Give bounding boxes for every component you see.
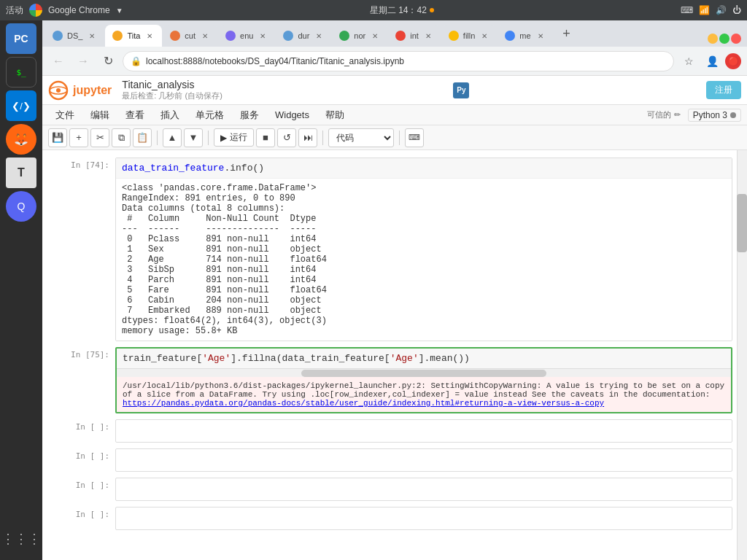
cell-75-code[interactable]: train_feature['Age'].fillna(data_train_f… [117, 349, 731, 368]
cell-empty-1[interactable] [115, 419, 732, 443]
tab-nor[interactable]: nor ✕ [332, 25, 387, 47]
cell-empty-3[interactable] [115, 478, 732, 501]
tab-label-ds: DS_ [67, 31, 82, 40]
tab-favicon-int [395, 31, 406, 41]
menu-service[interactable]: 服务 [233, 107, 266, 123]
restart-run-button[interactable]: ⏭ [298, 128, 317, 147]
cell-empty-2[interactable] [115, 448, 732, 472]
cell-empty-1-label: In [ ]: [57, 419, 115, 432]
dock-apps-icon[interactable]: ⋮⋮⋮ [6, 524, 36, 554]
tab-close-dur[interactable]: ✕ [314, 31, 324, 41]
tab-label-nor: nor [354, 31, 365, 40]
restart-button[interactable]: ↺ [277, 128, 296, 147]
register-button[interactable]: 注册 [706, 81, 741, 99]
menu-widgets[interactable]: Widgets [268, 108, 317, 122]
tab-close-int[interactable]: ✕ [423, 31, 433, 41]
tab-mem[interactable]: me ✕ [498, 25, 552, 47]
address-bar-right: ☆ 👤 🔴 [678, 51, 741, 71]
tab-favicon-cut [170, 31, 180, 41]
jupyter-text: jupyter [73, 84, 112, 97]
cell-75-warning: /usr/local/lib/python3.6/dist-packages/i… [117, 377, 731, 412]
dock-chat-icon[interactable]: Q [6, 191, 36, 222]
left-dock: PC $_ ❮/❯ 🦊 T Q ⋮⋮⋮ [0, 20, 42, 560]
system-bar: 活动 Google Chrome ▼ 星期二 14：42 ⌨ 📶 🔊 ⏻ [0, 0, 747, 20]
cell-empty-2-wrapper: In [ ]: [57, 448, 732, 472]
tab-close-nor[interactable]: ✕ [370, 31, 380, 41]
right-scrollbar[interactable] [737, 150, 747, 560]
url-box[interactable]: 🔒 localhost:8888/notebooks/DS_day04/Tita… [123, 51, 674, 71]
close-button[interactable] [731, 34, 741, 44]
move-up-button[interactable]: ▲ [163, 128, 182, 147]
cut-button[interactable]: ✂ [90, 128, 109, 147]
tab-close-ds[interactable]: ✕ [87, 31, 97, 41]
tab-close-cut[interactable]: ✕ [200, 31, 210, 41]
add-cell-button[interactable]: + [69, 128, 88, 147]
tab-favicon-enu [225, 31, 236, 41]
cell-type-select[interactable]: 代码 Markdown Raw [328, 128, 394, 147]
cell-74-code[interactable]: data_train_feature.info() [116, 158, 732, 178]
tab-cut[interactable]: cut ✕ [163, 25, 217, 47]
interrupt-button[interactable]: ■ [256, 128, 275, 147]
separator-2 [208, 131, 209, 145]
bookmark-button[interactable]: ☆ [678, 51, 699, 71]
dock-vscode-icon[interactable]: ❮/❯ [6, 90, 36, 121]
dock-text-icon[interactable]: T [6, 158, 36, 188]
account-button[interactable]: 👤 [702, 51, 722, 71]
volume-icon: 🔊 [716, 5, 727, 15]
cell-75-wrapper: In [75]: train_feature['Age'].fillna(dat… [57, 347, 732, 413]
run-button[interactable]: ▶ 运行 [214, 128, 254, 147]
tab-ds[interactable]: DS_ ✕ [45, 25, 104, 47]
menu-cell[interactable]: 单元格 [188, 107, 231, 123]
activities-label[interactable]: 活动 [6, 4, 23, 17]
dock-firefox-icon[interactable]: 🦊 [6, 124, 36, 155]
menu-edit[interactable]: 编辑 [83, 107, 117, 123]
cell-75[interactable]: train_feature['Age'].fillna(data_train_f… [115, 347, 732, 413]
tab-fill[interactable]: filln ✕ [441, 25, 498, 47]
move-down-button[interactable]: ▼ [184, 128, 203, 147]
tab-close-enu[interactable]: ✕ [258, 31, 268, 41]
keyboard-shortcuts-button[interactable]: ⌨ [405, 128, 424, 147]
system-bar-left: 活动 Google Chrome ▼ [6, 4, 123, 17]
menu-insert[interactable]: 插入 [153, 107, 187, 123]
tab-close-mem[interactable]: ✕ [535, 31, 546, 41]
dock-terminal-icon[interactable]: $_ [6, 57, 36, 88]
menu-view[interactable]: 查看 [118, 107, 152, 123]
maximize-button[interactable] [719, 34, 729, 44]
dock-pycharm-icon[interactable]: PC [6, 23, 36, 54]
trusted-badge: 可信的 ✏ [647, 109, 681, 120]
tab-label-enu: enu [240, 31, 253, 40]
minimize-button[interactable] [708, 34, 718, 44]
url-text[interactable]: localhost:8888/notebooks/DS_day04/Titani… [146, 56, 666, 66]
system-bar-right[interactable]: ⌨ 📶 🔊 ⏻ [681, 5, 741, 15]
extension-button[interactable]: 🔴 [725, 53, 741, 69]
cell-74[interactable]: data_train_feature.info() <class 'pandas… [115, 158, 732, 341]
scroll-thumb[interactable] [737, 194, 747, 252]
browser-window: DS_ ✕ Tita ✕ cut ✕ enu ✕ dur ✕ [42, 20, 747, 560]
paste-button[interactable]: 📋 [133, 128, 152, 147]
menu-file[interactable]: 文件 [48, 107, 82, 123]
cell-75-scrollbar[interactable] [117, 368, 731, 377]
lock-icon: 🔒 [131, 56, 142, 66]
kernel-label: Python 3 [693, 110, 727, 120]
tab-close-tita[interactable]: ✕ [144, 31, 155, 41]
tab-close-fill[interactable]: ✕ [479, 31, 489, 41]
reload-button[interactable]: ↻ [98, 51, 118, 71]
address-bar: ← → ↻ 🔒 localhost:8888/notebooks/DS_day0… [42, 47, 747, 76]
new-tab-button[interactable]: + [557, 23, 577, 44]
cell-empty-4[interactable] [115, 507, 732, 530]
jupyter-logo: jupyter [48, 80, 112, 101]
tab-label-int: int [410, 31, 419, 40]
jupyter-header: jupyter Titanic_analysis 最后检查: 几秒前 (自动保存… [42, 76, 747, 105]
copy-button[interactable]: ⧉ [112, 128, 131, 147]
save-button[interactable]: 💾 [48, 128, 67, 147]
menu-help[interactable]: 帮助 [318, 107, 352, 123]
warning-link[interactable]: https://pandas.pydata.org/pandas-docs/st… [123, 399, 604, 408]
back-button[interactable]: ← [48, 51, 69, 71]
tab-dur[interactable]: dur ✕ [276, 25, 331, 47]
tab-tita[interactable]: Tita ✕ [105, 25, 162, 47]
python-logo: Py [453, 82, 469, 98]
notebook-name[interactable]: Titanic_analysis [122, 79, 222, 90]
tab-enu[interactable]: enu ✕ [218, 25, 275, 47]
tab-int[interactable]: int ✕ [388, 25, 441, 47]
forward-button[interactable]: → [73, 51, 93, 71]
